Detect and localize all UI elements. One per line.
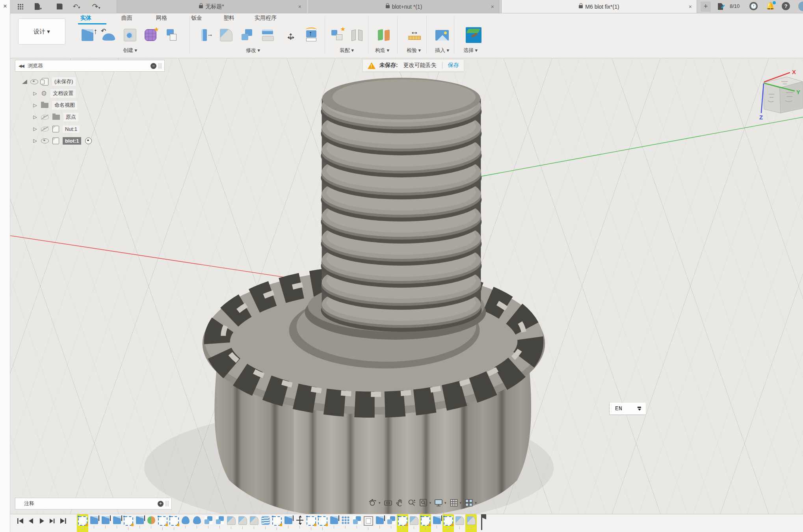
ribbon-tab-utilities[interactable]: 实用程序	[255, 15, 277, 22]
ribbon-tab-mesh[interactable]: 网格	[156, 15, 167, 22]
notifications-bell-icon[interactable]: 🔔	[766, 2, 775, 11]
timeline-playhead[interactable]	[478, 514, 485, 531]
ribbon-tab-sheetmetal[interactable]: 钣金	[191, 15, 202, 22]
timeline-feature-revolve[interactable]	[180, 514, 191, 532]
save-link[interactable]: 保存	[448, 62, 459, 69]
fit-dropdown-caret[interactable]: ▾	[429, 501, 431, 505]
timeline-feature-sketch[interactable]	[317, 514, 328, 532]
expander-icon[interactable]: ▷	[32, 91, 38, 96]
expander-icon[interactable]: ▷	[32, 138, 38, 143]
timeline-feature-fillet[interactable]	[408, 514, 420, 532]
browser-row-nut[interactable]: ▷ Nut:1	[32, 123, 165, 135]
measure-button[interactable]	[405, 26, 424, 45]
browser-row-origin[interactable]: ▷ 原点	[32, 111, 165, 123]
replace-face-button[interactable]	[302, 26, 321, 45]
boolean-button[interactable]	[162, 26, 181, 45]
timeline-feature-extrude[interactable]	[374, 514, 385, 532]
step-forward-button[interactable]	[47, 516, 58, 526]
select-button[interactable]	[464, 26, 483, 45]
timeline-feature-extrude[interactable]	[431, 514, 442, 532]
browser-header[interactable]: ◀◀ 浏览器 −	[15, 60, 165, 72]
comments-panel[interactable]: 注释 +	[15, 498, 172, 510]
group-select[interactable]: 选择 ▾	[463, 47, 478, 54]
group-create[interactable]: 创建 ▾	[123, 47, 137, 54]
ime-switch-icon[interactable]	[638, 407, 641, 411]
tab-close-icon[interactable]: ×	[689, 4, 692, 10]
timeline-feature-extrude[interactable]	[283, 514, 294, 532]
expander-icon[interactable]: ▷	[32, 126, 38, 132]
insert-canvas-button[interactable]	[433, 26, 452, 45]
tab-blot-nut[interactable]: blot+nut *(1) ×	[309, 0, 499, 13]
help-icon[interactable]: ?	[782, 2, 791, 11]
viewports-dropdown-caret[interactable]: ▾	[475, 501, 477, 505]
group-insert[interactable]: 插入 ▾	[435, 47, 449, 54]
expand-circle-icon[interactable]: +	[158, 501, 164, 507]
timeline-feature-extrude[interactable]	[134, 514, 145, 532]
timeline-feature-move[interactable]	[294, 514, 305, 532]
history-clock-icon[interactable]: 🕐	[749, 2, 759, 11]
app-grid-icon[interactable]	[15, 2, 25, 12]
timeline-feature-combine[interactable]	[385, 514, 397, 532]
joint-button[interactable]	[348, 26, 366, 45]
zoom-button[interactable]	[406, 497, 418, 509]
group-modify[interactable]: 修改 ▾	[246, 47, 260, 54]
timeline-feature-sketch[interactable]	[305, 514, 317, 532]
tab-close-icon[interactable]: ×	[491, 4, 494, 10]
orbit-button[interactable]	[367, 497, 379, 509]
viewports-button[interactable]	[463, 497, 475, 509]
combine-button[interactable]	[238, 26, 257, 45]
display-dropdown-caret[interactable]: ▾	[444, 501, 446, 505]
timeline-feature-sketch[interactable]	[397, 514, 408, 532]
file-menu-icon[interactable]: ▾	[33, 2, 43, 12]
display-settings-button[interactable]	[433, 497, 444, 509]
minimize-circle-icon[interactable]: −	[151, 63, 156, 69]
avatar[interactable]	[798, 2, 803, 11]
expander-icon[interactable]: ▷	[32, 102, 38, 108]
close-icon[interactable]: ×	[1, 2, 9, 10]
grid-dropdown-caret[interactable]: ▾	[460, 501, 462, 505]
expander-icon[interactable]: ▷	[32, 114, 38, 120]
move-copy-button[interactable]	[281, 26, 300, 45]
new-component-button[interactable]	[328, 26, 347, 45]
step-back-button[interactable]	[26, 516, 36, 526]
timeline-feature-revolve[interactable]	[191, 514, 203, 532]
timeline-feature-sketch[interactable]	[168, 514, 180, 532]
viewport-canvas[interactable]: 未保存: 更改可能丢失 保存 ◀◀ 浏览器 − (未保存) ▷ ⚙ 文档设置	[10, 58, 803, 514]
timeline-feature-extrude[interactable]	[328, 514, 340, 532]
browser-row-named-views[interactable]: ▷ 命名视图	[32, 99, 165, 111]
timeline-feature-fillet[interactable]	[225, 514, 237, 532]
timeline-feature-sketch[interactable]	[420, 514, 431, 532]
extrude-button[interactable]	[78, 26, 97, 45]
browser-row-blot[interactable]: ▷ blot:1	[32, 135, 165, 147]
timeline-feature-sketch[interactable]	[157, 514, 168, 532]
eye-icon[interactable]	[30, 79, 38, 84]
timeline-feature-shell[interactable]	[362, 514, 374, 532]
collapse-icon[interactable]: ◀◀	[19, 63, 24, 69]
timeline-feature-combine[interactable]	[351, 514, 362, 532]
job-status-icon[interactable]	[718, 2, 727, 11]
orbit-dropdown-caret[interactable]: ▾	[379, 501, 381, 505]
offset-face-button[interactable]	[258, 26, 277, 45]
timeline-feature-mirror[interactable]	[145, 514, 157, 532]
fillet-button[interactable]	[217, 26, 236, 45]
ribbon-tab-surface[interactable]: 曲面	[121, 15, 132, 22]
timeline-feature-sketch[interactable]	[442, 514, 454, 532]
ribbon-tab-solid[interactable]: 实体	[80, 15, 91, 22]
activate-component-icon[interactable]	[85, 138, 92, 144]
expander-icon[interactable]	[22, 80, 27, 84]
redo-icon[interactable]: ↷▾	[91, 2, 101, 12]
hole-button[interactable]	[121, 26, 139, 45]
timeline-feature-combine[interactable]	[203, 514, 214, 532]
timeline-feature-fillet[interactable]	[237, 514, 248, 532]
grid-button[interactable]	[448, 497, 460, 509]
tab-m6-blot-fix[interactable]: M6 blot fix*(1) ×	[501, 0, 697, 13]
eye-icon[interactable]	[41, 138, 49, 143]
timeline-feature-extrude[interactable]	[100, 514, 111, 532]
tab-close-icon[interactable]: ×	[298, 4, 301, 10]
group-construct[interactable]: 构造 ▾	[375, 47, 389, 54]
browser-row-root[interactable]: (未保存)	[22, 76, 165, 87]
browser-row-doc-settings[interactable]: ▷ ⚙ 文档设置	[32, 87, 165, 99]
form-button[interactable]	[141, 26, 160, 45]
timeline-feature-fillet[interactable]	[454, 514, 465, 532]
timeline-feature-fillet[interactable]	[465, 514, 477, 532]
